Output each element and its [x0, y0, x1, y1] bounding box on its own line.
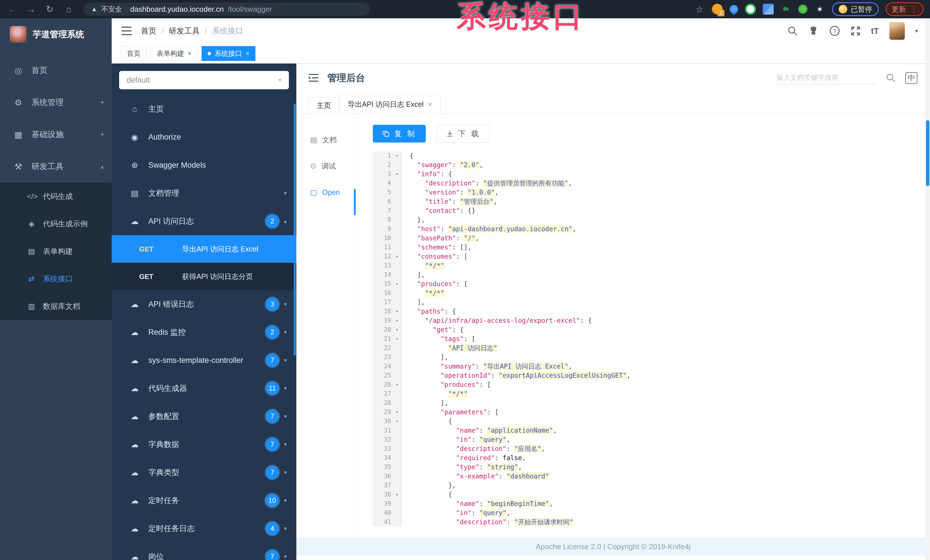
tag-表单构建[interactable]: 表单构建×	[151, 46, 197, 61]
sidebar-item-代码生成示例[interactable]: ◈代码生成示例	[0, 210, 112, 238]
download-button[interactable]: 下 载	[437, 125, 490, 143]
page-scrollbar-thumb[interactable]	[926, 120, 929, 186]
menu-item-定时任务[interactable]: ☁定时任务10▾	[112, 486, 296, 514]
sidebar-item-数据库文档[interactable]: ▥数据库文档	[0, 293, 112, 320]
menu-item-文档管理[interactable]: ▤文档管理▾	[112, 179, 296, 207]
tag-系统接口[interactable]: 系统接口×	[202, 46, 256, 61]
menu-item-岗位[interactable]: ☁岗位7▾	[112, 543, 296, 560]
menu-item-sys-sms-template-controller[interactable]: ☁sys-sms-template-controller7▾	[112, 346, 296, 374]
menu-dots-icon[interactable]: ⋮	[910, 5, 918, 14]
code-line: 30▾ {	[373, 417, 930, 426]
caret-down-icon[interactable]: ▾	[915, 28, 918, 34]
token: "produces"	[440, 381, 479, 388]
close-icon[interactable]: ×	[245, 49, 249, 58]
rail-item-调试[interactable]: ⊙调试	[296, 153, 355, 179]
fold-arrow-icon[interactable]: ▾	[393, 490, 402, 499]
sidebar-scrollbar-thumb[interactable]	[294, 104, 296, 355]
page-scrollbar[interactable]	[925, 18, 930, 560]
tag-首页[interactable]: 首页	[121, 46, 146, 61]
menu-item-Authorize[interactable]: ◉Authorize	[112, 123, 296, 151]
sidebar-item-表单构建[interactable]: ▤表单构建	[0, 238, 112, 265]
sidebar-item-研发工具[interactable]: ⚒研发工具▴	[0, 150, 112, 183]
fold-arrow-icon[interactable]: ▾	[393, 417, 402, 426]
sidebar-item-系统管理[interactable]: ⚙系统管理▾	[0, 86, 112, 118]
hamburger-icon[interactable]	[122, 27, 132, 35]
fold-arrow-icon[interactable]: ▾	[393, 252, 402, 261]
user-avatar[interactable]	[889, 22, 905, 40]
menu-item-定时任务日志[interactable]: ☁定时任务日志4▾	[112, 514, 296, 543]
menu-item-right: 4▾	[266, 522, 286, 535]
sidebar-item-首页[interactable]: ◎首页	[0, 54, 112, 86]
doc-search-icon[interactable]	[886, 73, 896, 83]
token	[410, 454, 456, 462]
breadcrumb-item[interactable]: 研发工具	[169, 26, 200, 36]
font-size-icon[interactable]: tT	[871, 26, 879, 36]
extension-icon[interactable]: 6h	[781, 4, 791, 15]
security-warning-icon[interactable]: ▲	[91, 5, 97, 13]
menu-item-参数配置[interactable]: ☁参数配置7▾	[112, 402, 296, 430]
breadcrumb-item[interactable]: 首页	[141, 26, 156, 36]
menu-item-主页[interactable]: ⌂主页	[112, 95, 296, 123]
line-number: 30	[373, 417, 393, 426]
menu-item-API 访问日志[interactable]: ☁API 访问日志2▴	[112, 207, 296, 235]
sidebar-item-代码生成[interactable]: </>代码生成	[0, 183, 112, 210]
api-item-获得API 访问日志分页[interactable]: GET获得API 访问日志分页	[112, 263, 296, 290]
extension-icon[interactable]	[798, 5, 807, 14]
forward-icon[interactable]: →	[25, 4, 37, 15]
chevron-down-icon: ▾	[284, 329, 286, 335]
github-icon[interactable]	[808, 26, 819, 36]
rail-item-文档[interactable]: ▤文档	[296, 126, 355, 153]
update-button[interactable]: 更新 ⋮	[885, 2, 924, 16]
fold-arrow-icon[interactable]: ▾	[393, 279, 402, 288]
collapse-menu-icon[interactable]	[308, 73, 319, 83]
close-icon[interactable]: ×	[188, 49, 192, 58]
extension-icon[interactable]: 1	[712, 4, 723, 15]
menu-item-代码生成器[interactable]: ☁代码生成器11▾	[112, 374, 296, 402]
doc-tab-主页[interactable]: 主页	[308, 97, 339, 114]
extension-icon[interactable]	[763, 4, 774, 15]
address-bar[interactable]: ▲ 不安全 dashboard.yudao.iocoder.cn /tool/s…	[84, 3, 370, 16]
menu-item-API 错误日志[interactable]: ☁API 错误日志3▾	[112, 290, 296, 318]
code-line: 17 ],	[373, 298, 930, 307]
json-editor[interactable]: 1▾{2 "swagger": "2.0",3▾ "info": {4 "des…	[373, 151, 930, 538]
back-icon[interactable]: ←	[6, 4, 18, 15]
extension-icon[interactable]	[728, 3, 740, 15]
fold-arrow-icon[interactable]: ▾	[393, 325, 402, 334]
fold-arrow-icon[interactable]: ▾	[393, 307, 402, 316]
fold-arrow-icon[interactable]: ▾	[393, 151, 402, 160]
extension-icon[interactable]: ✶	[815, 4, 825, 15]
code-line: 5 "version": "1.0.0",	[373, 188, 930, 197]
fold-arrow-icon[interactable]: ▾	[393, 316, 402, 325]
search-icon[interactable]	[787, 26, 798, 36]
extension-icon[interactable]	[745, 4, 756, 15]
home-icon[interactable]: ⌂	[63, 4, 74, 15]
fold-arrow-icon[interactable]: ▾	[393, 334, 402, 344]
fold-arrow-icon[interactable]: ▾	[393, 169, 402, 179]
menu-item-字典类型[interactable]: ☁字典类型7▾	[112, 459, 296, 486]
doc-search-input[interactable]	[776, 71, 876, 84]
fold-arrow-icon[interactable]: ▾	[393, 380, 402, 389]
menu-item-字典数据[interactable]: ☁字典数据7▾	[112, 430, 296, 459]
paused-button[interactable]: 已暂停	[832, 2, 879, 16]
language-icon[interactable]: 中	[905, 72, 918, 84]
menu-item-label: 定时任务日志	[148, 523, 195, 534]
sidebar-item-系统接口[interactable]: ⇄系统接口	[0, 265, 112, 293]
line-number: 32	[373, 435, 393, 444]
logo[interactable]: 芋道管理系统	[0, 18, 112, 51]
doc-tab-导出API 访问日志 Excel[interactable]: 导出API 访问日志 Excel×	[339, 95, 440, 114]
reload-icon[interactable]: ↻	[44, 4, 55, 15]
help-icon[interactable]: ?	[829, 26, 840, 36]
line-number: 40	[373, 508, 393, 517]
rail-item-Open[interactable]: ▢Open	[296, 179, 355, 206]
menu-item-Swagger Models[interactable]: ⊛Swagger Models	[112, 151, 296, 179]
close-icon[interactable]: ×	[428, 100, 432, 109]
bookmark-star-icon[interactable]: ☆	[694, 4, 705, 15]
menu-item-Redis 监控[interactable]: ☁Redis 监控2▾	[112, 318, 296, 346]
breadcrumb-item[interactable]: 系统接口	[212, 26, 243, 36]
fold-arrow-icon[interactable]: ▾	[393, 408, 402, 417]
api-item-导出API 访问日志 Excel[interactable]: GET导出API 访问日志 Excel	[112, 235, 296, 263]
fullscreen-icon[interactable]	[850, 26, 861, 36]
group-select[interactable]: default ▾	[119, 71, 289, 89]
copy-button[interactable]: 复 制	[373, 125, 426, 143]
sidebar-item-基础设施[interactable]: ▦基础设施▾	[0, 118, 112, 150]
